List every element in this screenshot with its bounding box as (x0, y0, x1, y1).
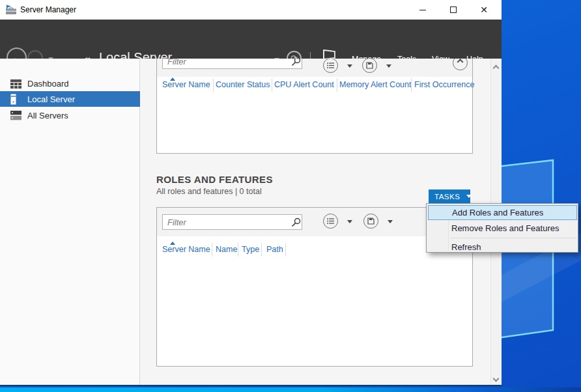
list-view-button[interactable] (323, 214, 338, 229)
list-icon (327, 63, 334, 68)
save-icon (366, 62, 373, 69)
sidebar: Dashboard Local Server (0, 59, 140, 386)
server-manager-window: Server Manager ✕ ← → ◂◂ Local Server ⟳ M… (0, 0, 502, 386)
section-title: ROLES AND FEATURES (156, 174, 273, 185)
minimize-icon (419, 10, 426, 10)
list-icon (327, 218, 334, 224)
column-header[interactable]: First Occurrence (414, 80, 474, 89)
column-divider (337, 78, 337, 92)
column-header[interactable]: Path (266, 245, 283, 254)
roles-filter-input[interactable] (162, 214, 302, 230)
title-bar[interactable]: Server Manager ✕ (0, 0, 502, 20)
tasks-button[interactable]: TASKS (429, 189, 470, 203)
minimize-button[interactable] (412, 0, 434, 20)
close-button[interactable]: ✕ (473, 0, 495, 20)
column-header[interactable]: Server Name (162, 245, 210, 254)
column-header[interactable]: Memory Alert Count (339, 80, 411, 89)
column-header[interactable]: CPU Alert Count (274, 80, 334, 89)
window-title: Server Manager (20, 5, 76, 14)
navigation-bar: ← → ◂◂ Local Server ⟳ Manage Tools View … (0, 20, 502, 59)
search-icon (291, 59, 301, 66)
column-divider (285, 243, 286, 257)
menu-item-add-roles-and-features[interactable]: Add Roles and Features (428, 205, 577, 220)
maximize-icon (450, 7, 457, 13)
server-manager-app-icon (5, 5, 17, 15)
column-header[interactable]: Name (216, 245, 237, 254)
sidebar-item-label: Local Server (27, 94, 75, 104)
sidebar-item-dashboard[interactable]: Dashboard (0, 76, 140, 91)
column-divider (238, 243, 238, 257)
sidebar-item-label: Dashboard (27, 79, 69, 89)
search-icon (291, 217, 301, 227)
column-divider (411, 78, 412, 92)
local-server-icon (10, 94, 22, 105)
list-view-button[interactable] (323, 59, 338, 73)
maximize-button[interactable] (442, 0, 464, 20)
save-icon (367, 217, 375, 225)
all-servers-icon (10, 111, 22, 120)
dashboard-icon (10, 79, 22, 89)
sidebar-item-all-servers[interactable]: All Servers (0, 108, 140, 123)
events-filter-input[interactable] (162, 59, 302, 69)
desktop-bottom-glow (0, 387, 581, 392)
list-view-dropdown-icon[interactable] (347, 64, 352, 68)
section-subtitle: All roles and features | 0 total (156, 187, 262, 196)
chevron-down-icon (457, 59, 464, 65)
sidebar-item-local-server[interactable]: Local Server (0, 91, 140, 107)
tasks-button-label: TASKS (434, 193, 460, 201)
save-query-dropdown-icon[interactable] (386, 64, 391, 68)
column-header[interactable]: Type (242, 245, 259, 254)
events-panel: Server Name Counter Status CPU Alert Cou… (156, 59, 473, 154)
column-divider (272, 78, 272, 92)
column-header[interactable]: Counter Status (216, 80, 270, 89)
menu-separator (451, 238, 576, 238)
screen: Server Manager ✕ ← → ◂◂ Local Server ⟳ M… (0, 0, 581, 392)
save-query-dropdown-icon[interactable] (388, 220, 393, 223)
list-view-dropdown-icon[interactable] (347, 220, 352, 223)
menu-item-remove-roles-and-features[interactable]: Remove Roles and Features (428, 221, 577, 236)
tasks-dropdown-menu: Add Roles and Features Remove Roles and … (426, 203, 578, 253)
column-divider (212, 243, 212, 257)
menu-item-refresh[interactable]: Refresh (428, 240, 577, 255)
collapse-panel-button[interactable] (453, 59, 468, 70)
column-divider (213, 78, 214, 92)
sidebar-item-label: All Servers (27, 111, 68, 120)
save-query-button[interactable] (362, 59, 377, 73)
column-header[interactable]: Server Name (162, 80, 210, 89)
chevron-down-icon (466, 195, 472, 198)
column-divider (261, 243, 262, 257)
save-query-button[interactable] (363, 214, 378, 229)
